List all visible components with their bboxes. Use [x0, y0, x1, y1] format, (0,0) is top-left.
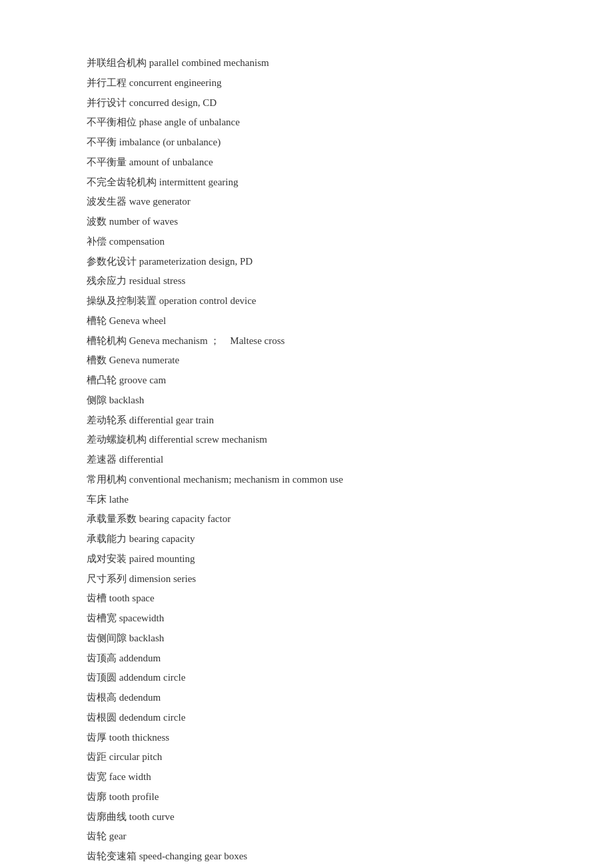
list-item: 齿根圆 dedendum circle — [87, 708, 526, 728]
term-zh: 侧隙 — [87, 395, 107, 405]
term-en: concurrent engineering — [129, 77, 222, 88]
term-zh: 齿距 — [87, 751, 107, 762]
term-en: backlash — [129, 633, 164, 643]
term-zh: 差动螺旋机构 — [87, 434, 147, 445]
list-item: 参数化设计 parameterization design, PD — [87, 252, 526, 272]
term-en: imbalance (or unbalance) — [119, 137, 221, 147]
term-zh: 齿侧间隙 — [87, 633, 127, 643]
list-item: 车床 lathe — [87, 490, 526, 510]
term-zh: 并行设计 — [87, 97, 127, 108]
term-zh: 齿轮 — [87, 831, 107, 841]
term-zh: 槽轮 — [87, 315, 107, 326]
term-en: paired mounting — [129, 553, 195, 564]
term-zh: 波发生器 — [87, 196, 127, 207]
term-zh: 齿轮变速箱 — [87, 851, 137, 861]
term-zh: 齿槽 — [87, 593, 107, 603]
list-item: 波数 number of waves — [87, 212, 526, 232]
term-list: 并联组合机构 parallel combined mechanism并行工程 c… — [87, 53, 526, 868]
term-en: parameterization design, PD — [139, 256, 253, 267]
term-en: dimension series — [129, 573, 196, 584]
term-en: backlash — [109, 395, 144, 405]
term-zh: 槽凸轮 — [87, 375, 117, 385]
term-en: phase angle of unbalance — [139, 117, 240, 127]
term-en: addendum circle — [119, 672, 186, 683]
list-item: 成对安装 paired mounting — [87, 549, 526, 569]
list-item: 不平衡 imbalance (or unbalance) — [87, 133, 526, 153]
term-zh: 齿根圆 — [87, 712, 117, 723]
term-en: bearing capacity — [129, 533, 195, 544]
term-zh: 尺寸系列 — [87, 573, 127, 584]
term-en: concurred design, CD — [129, 97, 217, 108]
term-en: Geneva numerate — [109, 355, 179, 365]
term-en: amount of unbalance — [129, 157, 213, 167]
list-item: 槽轮机构 Geneva mechanism ； Maltese cross — [87, 331, 526, 351]
list-item: 齿顶圆 addendum circle — [87, 668, 526, 688]
list-item: 齿厚 tooth thickness — [87, 728, 526, 748]
list-item: 齿廓曲线 tooth curve — [87, 807, 526, 827]
list-item: 并联组合机构 parallel combined mechanism — [87, 53, 526, 73]
term-en: Geneva wheel — [109, 315, 166, 326]
term-en: circular pitch — [109, 751, 163, 762]
list-item: 并行工程 concurrent engineering — [87, 73, 526, 93]
term-zh: 差动轮系 — [87, 415, 127, 425]
term-en: spacewidth — [119, 613, 164, 623]
term-en: groove cam — [119, 375, 166, 385]
list-item: 不平衡相位 phase angle of unbalance — [87, 113, 526, 133]
list-item: 不平衡量 amount of unbalance — [87, 153, 526, 173]
term-zh: 齿宽 — [87, 771, 107, 782]
term-en: dedendum — [119, 692, 161, 703]
term-zh: 不完全齿轮机构 — [87, 177, 157, 187]
term-en: conventional mechanism; mechanism in com… — [129, 474, 343, 485]
list-item: 齿宽 face width — [87, 767, 526, 787]
term-en: differential gear train — [129, 415, 214, 425]
term-en: Geneva mechanism ； Maltese cross — [129, 335, 285, 346]
term-zh: 齿廓曲线 — [87, 811, 127, 822]
list-item: 槽数 Geneva numerate — [87, 351, 526, 371]
list-item: 齿轮 gear — [87, 827, 526, 847]
term-en: wave generator — [129, 196, 191, 207]
term-zh: 参数化设计 — [87, 256, 137, 267]
list-item: 承载能力 bearing capacity — [87, 529, 526, 549]
list-item: 齿廓 tooth profile — [87, 787, 526, 807]
list-item: 常用机构 conventional mechanism; mechanism i… — [87, 470, 526, 490]
term-en: lathe — [109, 494, 129, 505]
term-zh: 差速器 — [87, 454, 117, 465]
term-en: addendum — [119, 653, 161, 663]
term-zh: 不平衡相位 — [87, 117, 137, 127]
list-item: 残余应力 residual stress — [87, 271, 526, 291]
term-zh: 补偿 — [87, 236, 107, 247]
list-item: 齿根高 dedendum — [87, 688, 526, 708]
list-item: 齿槽宽 spacewidth — [87, 609, 526, 629]
term-zh: 槽轮机构 — [87, 335, 127, 346]
term-en: operation control device — [159, 295, 257, 306]
term-zh: 齿顶圆 — [87, 672, 117, 683]
term-zh: 齿顶高 — [87, 653, 117, 663]
term-zh: 不平衡 — [87, 137, 117, 147]
list-item: 差动螺旋机构 differential screw mechanism — [87, 430, 526, 450]
term-en: number of waves — [109, 216, 178, 227]
term-zh: 齿廓 — [87, 791, 107, 802]
term-en: parallel combined mechanism — [149, 57, 269, 68]
term-en: residual stress — [129, 275, 186, 286]
term-en: intermittent gearing — [159, 177, 239, 187]
term-en: differential screw mechanism — [149, 434, 267, 445]
list-item: 差动轮系 differential gear train — [87, 411, 526, 431]
term-zh: 并行工程 — [87, 77, 127, 88]
term-en: compensation — [109, 236, 165, 247]
term-zh: 承载能力 — [87, 533, 127, 544]
term-zh: 波数 — [87, 216, 107, 227]
term-zh: 残余应力 — [87, 275, 127, 286]
list-item: 齿距 circular pitch — [87, 747, 526, 767]
list-item: 补偿 compensation — [87, 232, 526, 252]
term-en: face width — [109, 771, 151, 782]
term-en: tooth thickness — [109, 732, 169, 743]
list-item: 承载量系数 bearing capacity factor — [87, 509, 526, 529]
term-zh: 车床 — [87, 494, 107, 505]
term-zh: 承载量系数 — [87, 513, 137, 524]
list-item: 齿槽 tooth space — [87, 589, 526, 609]
list-item: 槽凸轮 groove cam — [87, 371, 526, 391]
list-item: 齿顶高 addendum — [87, 649, 526, 669]
term-zh: 齿根高 — [87, 692, 117, 703]
term-en: tooth profile — [109, 791, 159, 802]
list-item: 操纵及控制装置 operation control device — [87, 291, 526, 311]
